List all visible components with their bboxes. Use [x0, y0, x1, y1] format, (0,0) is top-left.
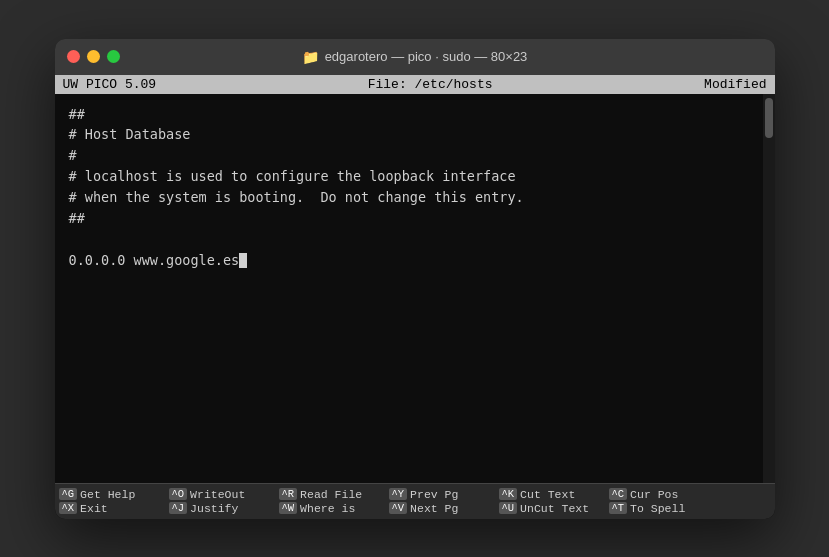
shortcut-exit[interactable]: ^X Exit	[59, 502, 169, 515]
label-where-is: Where is	[300, 502, 355, 515]
shortcut-cur-pos[interactable]: ^C Cur Pos	[609, 488, 719, 501]
modified-status: Modified	[704, 77, 766, 92]
shortcut-read-file[interactable]: ^R Read File	[279, 488, 389, 501]
shortcut-writeout[interactable]: ^O WriteOut	[169, 488, 279, 501]
shortcut-next-pg[interactable]: ^V Next Pg	[389, 502, 499, 515]
key-where-is: ^W	[279, 502, 298, 514]
status-bar-bottom: ^G Get Help ^O WriteOut ^R Read File ^Y …	[55, 483, 775, 519]
key-get-help: ^G	[59, 488, 78, 500]
label-get-help: Get Help	[80, 488, 135, 501]
editor-text: ## # Host Database # # localhost is used…	[69, 104, 761, 271]
file-name: File: /etc/hosts	[368, 77, 493, 92]
key-cut-text: ^K	[499, 488, 518, 500]
title-text: edgarotero — pico · sudo — 80×23	[325, 49, 528, 64]
shortcut-cut-text[interactable]: ^K Cut Text	[499, 488, 609, 501]
shortcut-to-spell[interactable]: ^T To Spell	[609, 502, 719, 515]
key-next-pg: ^V	[389, 502, 408, 514]
close-button[interactable]	[67, 50, 80, 63]
label-cur-pos: Cur Pos	[630, 488, 678, 501]
terminal-window: 📁 edgarotero — pico · sudo — 80×23 UW PI…	[55, 39, 775, 519]
key-uncut-text: ^U	[499, 502, 518, 514]
label-prev-pg: Prev Pg	[410, 488, 458, 501]
label-read-file: Read File	[300, 488, 362, 501]
label-cut-text: Cut Text	[520, 488, 575, 501]
shortcut-row-1: ^G Get Help ^O WriteOut ^R Read File ^Y …	[59, 488, 771, 501]
shortcut-uncut-text[interactable]: ^U UnCut Text	[499, 502, 609, 515]
key-prev-pg: ^Y	[389, 488, 408, 500]
minimize-button[interactable]	[87, 50, 100, 63]
traffic-lights	[67, 50, 120, 63]
shortcut-row-2: ^X Exit ^J Justify ^W Where is ^V Next P…	[59, 502, 771, 515]
label-next-pg: Next Pg	[410, 502, 458, 515]
text-cursor	[239, 253, 247, 268]
editor-area[interactable]: UW PICO 5.09 File: /etc/hosts Modified #…	[55, 75, 775, 519]
label-to-spell: To Spell	[630, 502, 685, 515]
shortcut-where-is[interactable]: ^W Where is	[279, 502, 389, 515]
key-cur-pos: ^C	[609, 488, 628, 500]
key-read-file: ^R	[279, 488, 298, 500]
titlebar: 📁 edgarotero — pico · sudo — 80×23	[55, 39, 775, 75]
label-uncut-text: UnCut Text	[520, 502, 589, 515]
key-to-spell: ^T	[609, 502, 628, 514]
label-justify: Justify	[190, 502, 238, 515]
label-writeout: WriteOut	[190, 488, 245, 501]
editor-content[interactable]: ## # Host Database # # localhost is used…	[55, 94, 775, 483]
shortcut-get-help[interactable]: ^G Get Help	[59, 488, 169, 501]
pico-version: UW PICO 5.09	[63, 77, 157, 92]
label-exit: Exit	[80, 502, 108, 515]
key-exit: ^X	[59, 502, 78, 514]
status-bar-top: UW PICO 5.09 File: /etc/hosts Modified	[55, 75, 775, 94]
titlebar-title: 📁 edgarotero — pico · sudo — 80×23	[302, 49, 528, 65]
folder-icon: 📁	[302, 49, 319, 65]
maximize-button[interactable]	[107, 50, 120, 63]
scrollbar[interactable]	[763, 94, 775, 483]
shortcut-prev-pg[interactable]: ^Y Prev Pg	[389, 488, 499, 501]
scrollbar-thumb[interactable]	[765, 98, 773, 138]
shortcut-justify[interactable]: ^J Justify	[169, 502, 279, 515]
key-writeout: ^O	[169, 488, 188, 500]
key-justify: ^J	[169, 502, 188, 514]
